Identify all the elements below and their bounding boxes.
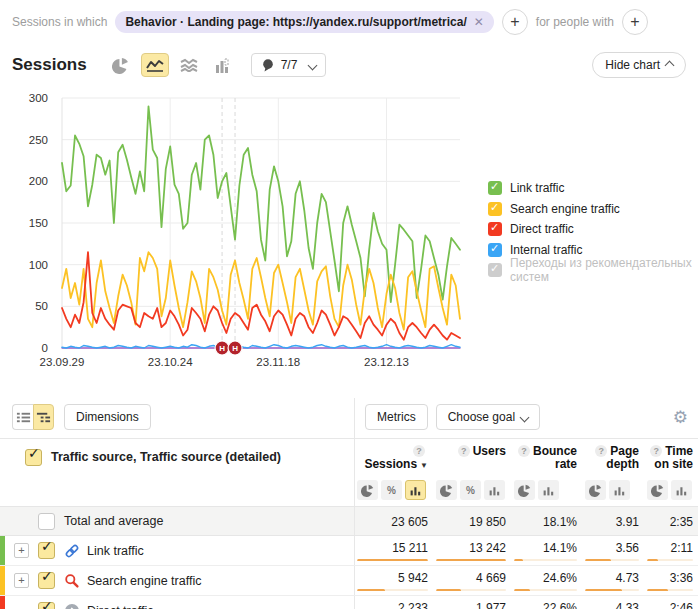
row-checkbox[interactable] xyxy=(38,542,55,559)
metric-column-label[interactable]: ?Sessions▼ xyxy=(357,445,428,472)
help-icon[interactable]: ? xyxy=(458,445,470,457)
row-label[interactable]: Link traffic xyxy=(87,544,144,558)
x-axis-tick: 23.10.24 xyxy=(148,356,193,368)
percent-toggle-icon: % xyxy=(387,485,396,496)
line-chart-glyph xyxy=(146,58,164,72)
row-checkbox[interactable] xyxy=(38,602,55,609)
row-color-strip xyxy=(0,596,5,609)
metric-value-cell: 13 242 xyxy=(434,536,512,565)
bars-toggle-button[interactable] xyxy=(405,480,426,500)
percent-toggle-button[interactable]: % xyxy=(460,480,481,500)
table-row[interactable]: +Search engine traffic5 9424 66924.6%4.7… xyxy=(0,566,698,596)
segment-chip[interactable]: Behavior · Landing page: https://yandex.… xyxy=(115,11,493,33)
metric-bar xyxy=(514,559,577,561)
metric-bar xyxy=(647,559,693,561)
y-axis-tick: 250 xyxy=(29,134,48,146)
expand-row-button[interactable]: + xyxy=(14,543,29,558)
expand-row-button[interactable]: + xyxy=(14,573,29,588)
legend-item[interactable]: Direct traffic xyxy=(488,219,698,240)
table-row[interactable]: Direct traffic2 2331 97722.6%4.332:46 xyxy=(0,596,698,609)
help-icon[interactable]: ? xyxy=(413,445,425,457)
legend-checkbox-icon[interactable] xyxy=(488,243,502,257)
metric-value-cell: 5 942 xyxy=(355,566,434,595)
legend-checkbox-icon[interactable] xyxy=(488,263,502,277)
hide-chart-button[interactable]: Hide chart xyxy=(592,52,686,78)
table-header: Traffic source, Traffic source (detailed… xyxy=(0,439,698,506)
table-toolbar-left: Dimensions xyxy=(0,398,355,438)
metric-value: 4 669 xyxy=(436,571,506,585)
tree-view-button[interactable] xyxy=(33,404,54,430)
column-chart-glyph xyxy=(215,58,231,73)
metric-value-cell: 23 605 xyxy=(355,507,434,535)
table-row[interactable]: +Link traffic15 21113 24214.1%3.562:11 xyxy=(0,536,698,566)
series-line[interactable] xyxy=(62,252,460,340)
bars-toggle-button[interactable] xyxy=(609,480,630,500)
metric-column-label[interactable]: ?Page depth xyxy=(585,445,639,471)
list-view-button[interactable] xyxy=(12,404,33,430)
help-icon[interactable]: ? xyxy=(518,445,530,457)
y-axis-tick: 0 xyxy=(42,342,48,354)
metric-value: 13 242 xyxy=(436,541,506,555)
metric-bar xyxy=(647,589,693,591)
metric-value-cell: 2 233 xyxy=(355,596,434,609)
help-icon[interactable]: ? xyxy=(650,445,662,457)
dimensions-button[interactable]: Dimensions xyxy=(64,404,151,430)
metric-value: 18.1% xyxy=(514,515,577,529)
pie-toggle-button[interactable] xyxy=(514,480,535,500)
metric-value-cell: 3.56 xyxy=(583,536,645,565)
percent-toggle-button[interactable]: % xyxy=(381,480,402,500)
settings-gear-icon[interactable]: ⚙ xyxy=(673,409,688,426)
row-label[interactable]: Direct traffic xyxy=(87,604,153,609)
legend-checkbox-icon[interactable] xyxy=(488,222,502,236)
segment-filter-bar: Sessions in which Behavior · Landing pag… xyxy=(0,0,698,40)
annotation-marker[interactable]: Н xyxy=(215,341,229,355)
chart-svg: 05010015020025030023.09.2923.10.2423.11.… xyxy=(4,88,478,376)
add-people-condition-button[interactable]: + xyxy=(622,9,648,35)
metric-column-label[interactable]: ?Users xyxy=(436,445,506,458)
row-label[interactable]: Total and average xyxy=(64,514,163,528)
row-label-cell: +Link traffic xyxy=(0,536,355,565)
total-row[interactable]: Total and average23 60519 85018.1%3.912:… xyxy=(0,506,698,536)
annotations-dropdown[interactable]: 7/7 xyxy=(251,53,327,77)
pie-toggle-button[interactable] xyxy=(436,480,457,500)
row-checkbox[interactable] xyxy=(38,513,55,530)
metric-value: 4.33 xyxy=(585,601,639,609)
legend-checkbox-icon[interactable] xyxy=(488,181,502,195)
annotation-marker[interactable]: Н xyxy=(228,341,242,355)
choose-goal-dropdown[interactable]: Choose goal xyxy=(436,404,540,430)
pie-toggle-button[interactable] xyxy=(647,480,668,500)
metric-value-cell: 2:46 xyxy=(645,596,698,609)
row-label[interactable]: Search engine traffic xyxy=(87,574,201,588)
legend-item[interactable]: Переходы из рекомендательных систем xyxy=(488,260,698,281)
dimension-header-checkbox[interactable] xyxy=(25,449,42,466)
bars-toggle-button[interactable] xyxy=(538,480,559,500)
add-session-condition-button[interactable]: + xyxy=(502,9,528,35)
metric-column-label[interactable]: ?Time on site xyxy=(647,445,693,471)
series-line[interactable] xyxy=(62,106,460,302)
metric-value: 23 605 xyxy=(357,515,428,529)
legend-item[interactable]: Link traffic xyxy=(488,178,698,199)
metric-value-cell: 19 850 xyxy=(434,507,512,535)
column-chart-icon[interactable] xyxy=(209,53,237,77)
metrics-button[interactable]: Metrics xyxy=(365,404,428,430)
bars-toggle-button[interactable] xyxy=(484,480,505,500)
metric-bar xyxy=(585,559,639,561)
comment-bubble-icon xyxy=(261,58,275,72)
metric-column-label[interactable]: ?Bounce rate xyxy=(514,445,577,471)
pie-chart-icon[interactable] xyxy=(107,53,135,77)
pie-toggle-icon xyxy=(361,484,374,497)
help-icon[interactable]: ? xyxy=(595,445,607,457)
metric-column-header: ?Sessions▼% xyxy=(355,445,434,506)
series-line[interactable] xyxy=(62,252,460,330)
bars-toggle-button[interactable] xyxy=(671,480,692,500)
pie-toggle-button[interactable] xyxy=(585,480,606,500)
line-chart-icon[interactable] xyxy=(141,53,169,77)
table-toolbar: Dimensions Metrics Choose goal ⚙ xyxy=(0,398,698,439)
chip-close-icon[interactable]: ✕ xyxy=(474,15,484,29)
stacked-area-chart-icon[interactable] xyxy=(175,53,203,77)
pie-toggle-button[interactable] xyxy=(357,480,378,500)
line-chart-canvas[interactable]: 05010015020025030023.09.2923.10.2423.11.… xyxy=(4,88,478,379)
legend-checkbox-icon[interactable] xyxy=(488,202,502,216)
legend-item[interactable]: Search engine traffic xyxy=(488,199,698,220)
row-checkbox[interactable] xyxy=(38,572,55,589)
